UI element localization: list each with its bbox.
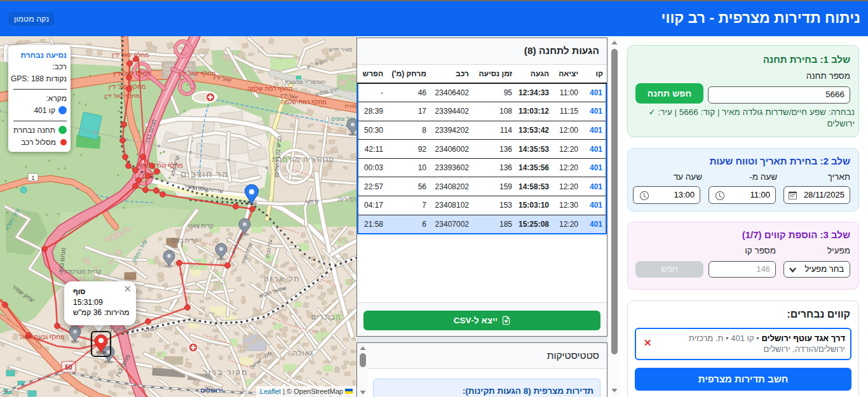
svg-text:מחלף יגאל ידין: מחלף יגאל ידין bbox=[104, 93, 140, 99]
svg-text:הר חוצבים: הר חוצבים bbox=[180, 170, 229, 179]
svg-text:מחלף יגאל ידין: מחלף יגאל ידין bbox=[114, 70, 151, 77]
svg-text:מקור ברוך: מקור ברוך bbox=[203, 368, 248, 377]
svg-text:מחלף רמת שלמה: מחלף רמת שלמה bbox=[247, 85, 292, 92]
svg-text:מחלף יגאל ידין: מחלף יגאל ידין bbox=[112, 51, 149, 58]
svg-text:הבוכרים: הבוכרים bbox=[311, 313, 341, 321]
svg-text:מחלף יגאל ידין: מחלף יגאל ידין bbox=[109, 83, 146, 90]
svg-text:מאיר חדש: מאיר חדש bbox=[329, 46, 353, 53]
svg-text:גאולה: גאולה bbox=[292, 349, 313, 357]
svg-text:מחלף יגאל ידין: מחלף יגאל ידין bbox=[179, 70, 216, 77]
svg-text:מחלף רמת-שלמה: מחלף רמת-שלמה bbox=[281, 98, 327, 105]
svg-text:קרית צאנז: קרית צאנז bbox=[188, 222, 214, 229]
svg-text:מזרח: מזרח bbox=[344, 103, 356, 109]
svg-text:מחלף גבעת שאול: מחלף גבעת שאול bbox=[20, 333, 65, 340]
svg-text:סנהדריה מורחבת: סנהדריה מורחבת bbox=[272, 156, 334, 163]
svg-text:קרית בעלז: קרית בעלז bbox=[171, 237, 198, 244]
svg-text:ים סוף: ים סוף bbox=[305, 198, 320, 205]
svg-text:תל ארזה: תל ארזה bbox=[264, 274, 300, 283]
svg-text:האדמו״ר מלובביץ: האדמו״ר מלובביץ bbox=[285, 79, 325, 85]
svg-text:סנהדריה: סנהדריה bbox=[337, 196, 356, 203]
svg-text:קריית מטרסדורף: קריית מטרסדורף bbox=[59, 268, 102, 275]
svg-text:ירושלים: ירושלים bbox=[200, 387, 223, 394]
svg-text:רוממה: רוממה bbox=[110, 326, 135, 335]
svg-text:1: 1 bbox=[31, 175, 34, 181]
